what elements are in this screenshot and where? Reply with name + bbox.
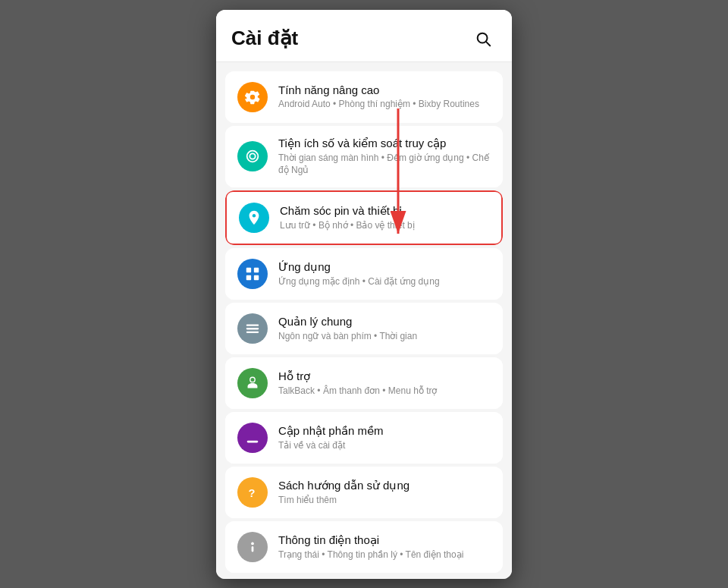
settings-item-sach-huong[interactable]: ? Sách hướng dẫn sử dụng Tìm hiểu thêm: [225, 467, 503, 518]
svg-rect-6: [246, 275, 251, 280]
settings-group-thong-tin: Thông tin điện thoại Trạng thái • Thông …: [225, 521, 503, 573]
cham-soc-icon: [239, 203, 269, 233]
phone-screen: Cài đặt Tính năng nâng cao Android Auto …: [216, 10, 512, 579]
tinh-nang-text: Tính năng nâng cao Android Auto • Phòng …: [278, 83, 491, 111]
settings-header: Cài đặt: [216, 10, 512, 62]
sach-huong-title: Sách hướng dẫn sử dụng: [278, 479, 491, 492]
tinh-nang-title: Tính năng nâng cao: [278, 83, 491, 96]
svg-rect-8: [246, 325, 259, 326]
settings-group-sach-huong: ? Sách hướng dẫn sử dụng Tìm hiểu thêm: [225, 467, 503, 518]
settings-item-thong-tin[interactable]: Thông tin điện thoại Trạng thái • Thông …: [225, 521, 503, 573]
settings-group-quan-ly: Quản lý chung Ngôn ngữ và bàn phím • Thờ…: [225, 303, 503, 354]
settings-item-tinh-nang[interactable]: Tính năng nâng cao Android Auto • Phòng …: [225, 71, 503, 123]
tien-ich-subtitle: Thời gian sáng màn hình • Đếm giờ ứng dụ…: [278, 152, 491, 178]
thong-tin-icon: [237, 532, 268, 562]
settings-item-cham-soc[interactable]: Chăm sóc pin và thiết bị Lưu trữ • Bộ nh…: [225, 190, 503, 245]
thong-tin-title: Thông tin điện thoại: [278, 533, 491, 547]
svg-point-11: [250, 377, 255, 382]
quan-ly-text: Quản lý chung Ngôn ngữ và bàn phím • Thờ…: [278, 315, 491, 343]
svg-point-3: [247, 151, 259, 162]
svg-rect-5: [254, 268, 259, 272]
tien-ich-title: Tiện ích số và kiểm soát truy cập: [278, 137, 491, 150]
cap-nhat-text: Cập nhật phần mềm Tải về và cài đặt: [278, 424, 491, 452]
tien-ich-icon: [237, 141, 268, 171]
cham-soc-text: Chăm sóc pin và thiết bị Lưu trữ • Bộ nh…: [280, 204, 489, 232]
cham-soc-subtitle: Lưu trữ • Bộ nhớ • Bảo vệ thiết bị: [280, 219, 489, 232]
svg-point-14: [251, 542, 254, 546]
sach-huong-icon: ?: [237, 477, 268, 508]
tien-ich-text: Tiện ích số và kiểm soát truy cập Thời g…: [278, 137, 491, 178]
tinh-nang-icon: [237, 82, 268, 112]
settings-group-tinh-nang: Tính năng nâng cao Android Auto • Phòng …: [225, 71, 503, 123]
tinh-nang-subtitle: Android Auto • Phòng thí nghiệm • Bixby …: [278, 98, 491, 111]
svg-rect-7: [254, 275, 259, 280]
ho-tro-subtitle: TalkBack • Âm thanh đơn • Menu hỗ trợ: [278, 385, 491, 398]
svg-rect-10: [246, 332, 259, 333]
settings-group-tien-ich: Tiện ích số và kiểm soát truy cập Thời g…: [225, 126, 503, 188]
svg-line-1: [486, 42, 490, 46]
thong-tin-text: Thông tin điện thoại Trạng thái • Thông …: [278, 533, 491, 561]
settings-item-ho-tro[interactable]: Hỗ trợ TalkBack • Âm thanh đơn • Menu hỗ…: [225, 357, 503, 409]
ho-tro-icon: [237, 368, 268, 398]
quan-ly-icon: [237, 313, 268, 344]
settings-group-ung-dung: Ứng dụng Ứng dụng mặc định • Cài đặt ứng…: [225, 248, 503, 300]
ung-dung-subtitle: Ứng dụng mặc định • Cài đặt ứng dụng: [278, 275, 491, 288]
settings-group-cham-soc: Chăm sóc pin và thiết bị Lưu trữ • Bộ nh…: [225, 190, 503, 245]
settings-item-quan-ly[interactable]: Quản lý chung Ngôn ngữ và bàn phím • Thờ…: [225, 303, 503, 354]
svg-rect-4: [246, 268, 251, 272]
quan-ly-subtitle: Ngôn ngữ và bàn phím • Thời gian: [278, 330, 491, 343]
settings-item-cap-nhat[interactable]: Cập nhật phần mềm Tải về và cài đặt: [225, 412, 503, 464]
thong-tin-subtitle: Trạng thái • Thông tin phần lý • Tên điệ…: [278, 549, 491, 561]
quan-ly-title: Quản lý chung: [278, 315, 491, 329]
svg-rect-12: [247, 441, 259, 443]
svg-rect-15: [252, 546, 254, 552]
svg-rect-9: [246, 328, 259, 329]
search-icon: [475, 30, 491, 47]
ung-dung-icon: [237, 259, 268, 289]
page-title: Cài đặt: [231, 27, 298, 50]
sach-huong-text: Sách hướng dẫn sử dụng Tìm hiểu thêm: [278, 479, 491, 507]
search-button[interactable]: [469, 25, 497, 52]
cap-nhat-subtitle: Tải về và cài đặt: [278, 439, 491, 452]
svg-point-2: [249, 154, 255, 159]
settings-item-tien-ich[interactable]: Tiện ích số và kiểm soát truy cập Thời g…: [225, 126, 503, 188]
ung-dung-title: Ứng dụng: [278, 260, 491, 274]
cham-soc-title: Chăm sóc pin và thiết bị: [280, 204, 489, 218]
cap-nhat-title: Cập nhật phần mềm: [278, 424, 491, 438]
settings-group-cap-nhat: Cập nhật phần mềm Tải về và cài đặt: [225, 412, 503, 464]
ho-tro-title: Hỗ trợ: [278, 369, 491, 383]
settings-item-ung-dung[interactable]: Ứng dụng Ứng dụng mặc định • Cài đặt ứng…: [225, 248, 503, 300]
svg-text:?: ?: [249, 487, 256, 499]
settings-group-ho-tro: Hỗ trợ TalkBack • Âm thanh đơn • Menu hỗ…: [225, 357, 503, 409]
cap-nhat-icon: [237, 423, 268, 453]
ho-tro-text: Hỗ trợ TalkBack • Âm thanh đơn • Menu hỗ…: [278, 369, 491, 398]
sach-huong-subtitle: Tìm hiểu thêm: [278, 494, 491, 507]
settings-list: Tính năng nâng cao Android Auto • Phòng …: [216, 62, 512, 579]
ung-dung-text: Ứng dụng Ứng dụng mặc định • Cài đặt ứng…: [278, 260, 491, 288]
